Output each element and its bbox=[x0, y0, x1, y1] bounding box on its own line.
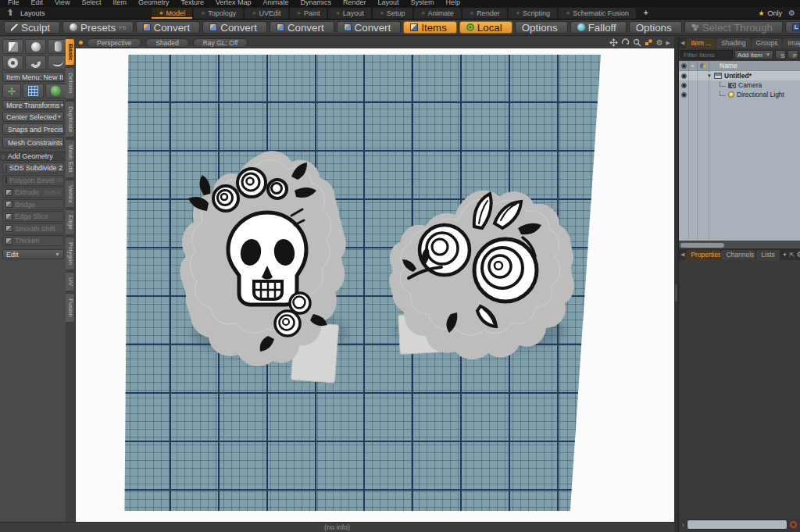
menu-item[interactable]: Layout bbox=[378, 0, 399, 7]
panel-tab[interactable]: Shading bbox=[716, 38, 750, 48]
pan-move-icon[interactable] bbox=[609, 38, 618, 47]
menu-item[interactable]: Render bbox=[343, 0, 366, 7]
tool-category-tab[interactable]: UV bbox=[66, 272, 75, 291]
layout-tab[interactable]: ★ Model bbox=[152, 8, 192, 19]
tab-star-icon[interactable]: ★ bbox=[470, 10, 474, 16]
tab-star-icon[interactable]: ★ bbox=[566, 10, 570, 16]
toolbar-button[interactable]: Local bbox=[459, 21, 512, 34]
layout-tab[interactable]: ★ Topology bbox=[194, 8, 243, 19]
layouts-home-icon[interactable] bbox=[6, 9, 14, 16]
panel-tab[interactable]: Lists bbox=[756, 250, 779, 260]
menu-item[interactable]: Item bbox=[112, 0, 127, 7]
primitive-tool-button[interactable] bbox=[48, 55, 66, 70]
geometry-tool-button[interactable]: Bridge bbox=[2, 199, 64, 210]
panel-gear-icon[interactable]: ⚙ bbox=[797, 251, 800, 259]
menu-item[interactable]: Geometry bbox=[138, 0, 170, 7]
menu-item[interactable]: View bbox=[55, 0, 70, 7]
layout-tab[interactable]: ★ Setup bbox=[373, 8, 412, 19]
layout-tab[interactable]: ★ Schematic Fusion bbox=[559, 8, 636, 19]
rotate-view-icon[interactable] bbox=[621, 38, 630, 47]
tool-category-tab[interactable]: Fusion bbox=[66, 293, 75, 323]
edit-dropdown[interactable]: Edit▼ bbox=[2, 249, 64, 259]
tab-star-icon[interactable]: ★ bbox=[516, 10, 520, 16]
snaps-and-precision-button[interactable]: Snaps and Precision bbox=[2, 123, 64, 135]
menu-item[interactable]: Animate bbox=[262, 0, 288, 7]
layout-tab[interactable]: ★ Paint bbox=[290, 8, 327, 19]
tool-category-tab[interactable]: Polygon bbox=[66, 237, 75, 270]
item-visibility-eye-icon[interactable] bbox=[681, 83, 687, 88]
tool-category-tab[interactable]: Vertex bbox=[66, 180, 75, 209]
transform-tool-button[interactable] bbox=[45, 84, 66, 98]
geometry-tool-button[interactable]: Extrude Shift-X bbox=[2, 187, 64, 198]
add-panel-tab-button[interactable]: + bbox=[780, 251, 789, 259]
viewport-options-gear-icon[interactable]: ⚙ bbox=[656, 39, 663, 47]
layout-tab[interactable]: ★ Scripting bbox=[509, 8, 557, 19]
geometry-tool-button[interactable]: Edge Slice bbox=[2, 211, 64, 222]
layout-tab[interactable]: ★ Animate bbox=[414, 8, 461, 19]
toolbar-button[interactable]: Select Through bbox=[684, 21, 783, 34]
viewport-mode-pill[interactable]: Ray GL: Off bbox=[193, 38, 248, 48]
item-list-horizontal-scrollbar[interactable] bbox=[679, 241, 800, 248]
add-layout-tab-button[interactable]: + bbox=[639, 8, 653, 19]
add-geometry-section-header[interactable]: ▽ Add Geometry bbox=[0, 152, 66, 161]
center-selected-dropdown[interactable]: Center Selected▼ bbox=[2, 112, 64, 122]
toolbar-button[interactable]: Sculpt bbox=[4, 21, 60, 34]
tab-star-icon[interactable]: ★ bbox=[159, 10, 163, 16]
toolbar-button[interactable]: Items bbox=[403, 21, 457, 34]
tab-star-icon[interactable]: ★ bbox=[201, 10, 205, 16]
panel-tab[interactable]: Item ... bbox=[686, 38, 716, 48]
panel-splitter[interactable] bbox=[674, 37, 678, 532]
item-visibility-eye-icon[interactable] bbox=[681, 92, 687, 98]
collapse-panel-icon[interactable]: ◀ bbox=[680, 252, 684, 258]
mesh-constraints-button[interactable]: Mesh Constraints bbox=[2, 137, 64, 148]
tool-category-tab[interactable]: Basic bbox=[66, 38, 75, 66]
primitive-tool-button[interactable] bbox=[25, 39, 46, 54]
toolbar-button[interactable]: Work Plane bbox=[785, 21, 800, 34]
toolbar-button[interactable]: Options bbox=[515, 21, 568, 34]
layout-tab[interactable]: ★ Layout bbox=[328, 8, 370, 19]
tab-star-icon[interactable]: ★ bbox=[421, 10, 426, 16]
viewport-menu-arrow-icon[interactable]: ▶ bbox=[666, 40, 670, 46]
viewport-canvas[interactable] bbox=[75, 48, 674, 522]
menu-item[interactable]: System bbox=[411, 0, 434, 7]
more-transforms-dropdown[interactable]: More Transforms▼ bbox=[2, 100, 64, 110]
geometry-tool-button[interactable]: Smooth Shift bbox=[2, 223, 64, 234]
menu-item[interactable]: Dynamics bbox=[301, 0, 332, 7]
viewport-mode-pill[interactable]: Shaded bbox=[145, 38, 188, 48]
tool-category-tab[interactable]: Mesh Edit bbox=[66, 139, 75, 178]
tab-star-icon[interactable]: ★ bbox=[297, 10, 302, 16]
panel-tab[interactable]: Channels bbox=[721, 250, 755, 260]
record-macro-icon[interactable] bbox=[790, 521, 797, 528]
geometry-tool-button[interactable]: Polygon Bevel Shift-B bbox=[2, 175, 64, 186]
tool-category-tab[interactable]: Edge bbox=[66, 209, 75, 235]
geometry-tool-button[interactable]: SDS Subdivide 2X bbox=[2, 162, 64, 173]
tab-star-icon[interactable]: ★ bbox=[335, 10, 340, 16]
transform-tool-button[interactable] bbox=[2, 84, 21, 98]
search-button[interactable]: S bbox=[775, 50, 786, 59]
menu-item[interactable]: Texture bbox=[180, 0, 204, 7]
expand-panel-icon[interactable]: ⇱ bbox=[789, 252, 795, 259]
toolbar-button[interactable]: Convert bbox=[202, 21, 267, 34]
menu-item[interactable]: Select bbox=[81, 0, 101, 7]
filter-items-input[interactable] bbox=[680, 50, 733, 59]
primitive-tool-button[interactable] bbox=[2, 55, 23, 70]
item-menu-dropdown[interactable]: Item Menu: New Item▼ bbox=[2, 72, 64, 82]
menu-item[interactable]: Vertex Map bbox=[216, 0, 252, 7]
panel-tab[interactable]: Images bbox=[783, 38, 800, 48]
primitive-tool-button[interactable] bbox=[2, 39, 23, 54]
command-input[interactable] bbox=[687, 520, 788, 530]
menu-item[interactable]: Edit bbox=[31, 0, 44, 7]
add-item-dropdown[interactable]: Add Item ▼ bbox=[734, 50, 773, 59]
layout-settings-gear-icon[interactable]: ⚙ bbox=[788, 9, 795, 17]
item-visibility-eye-icon[interactable] bbox=[681, 73, 687, 79]
toolbar-button[interactable]: Falloff bbox=[570, 21, 627, 34]
transform-tool-button[interactable] bbox=[23, 84, 44, 98]
collapse-panel-icon[interactable]: ◀ bbox=[680, 40, 684, 46]
primitive-tool-button[interactable] bbox=[48, 39, 66, 54]
layout-tab[interactable]: ★ Render bbox=[462, 8, 507, 19]
menu-item[interactable]: Help bbox=[446, 0, 461, 7]
favorites-only-toggle[interactable]: ★ Only bbox=[758, 9, 782, 17]
toolbar-button[interactable]: Convert bbox=[270, 21, 334, 34]
primitive-tool-button[interactable] bbox=[25, 55, 46, 70]
scrollbar-thumb[interactable] bbox=[680, 243, 724, 248]
